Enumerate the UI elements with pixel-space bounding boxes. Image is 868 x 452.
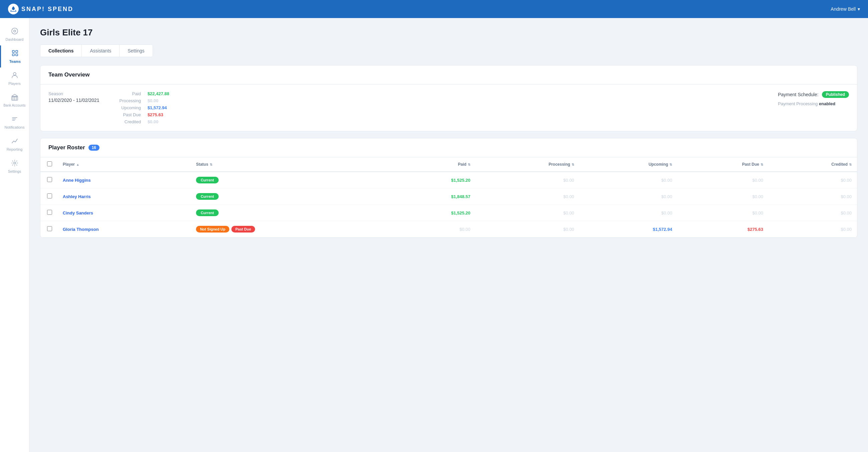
stat-value-credited: $0.00	[148, 119, 169, 124]
select-all-checkbox[interactable]	[47, 161, 52, 167]
sidebar-item-dashboard[interactable]: Dashboard	[0, 23, 29, 46]
player-upcoming-cell: $1,572.94	[580, 221, 678, 238]
svg-point-14	[14, 162, 16, 164]
current-badge: Current	[196, 209, 219, 216]
row-checkbox[interactable]	[47, 177, 52, 182]
tabs: Collections Assistants Settings	[40, 44, 153, 57]
player-credited-cell: $0.00	[769, 221, 857, 238]
player-status-cell: Current	[191, 172, 390, 188]
settings-icon	[11, 159, 18, 168]
stat-label-credited: Credited	[120, 119, 141, 124]
reporting-icon	[11, 137, 18, 146]
tab-assistants[interactable]: Assistants	[82, 45, 120, 57]
logo-text: SNAP! SPEND	[21, 6, 73, 13]
player-paid-cell: $0.00	[390, 221, 476, 238]
roster-table-wrapper: Player ▲ Status ⇅	[40, 157, 857, 238]
player-past-due-cell: $0.00	[677, 188, 769, 205]
roster-header: Player Roster 16	[40, 138, 857, 157]
stat-value-processing: $0.00	[148, 98, 169, 103]
col-status[interactable]: Status ⇅	[191, 157, 390, 172]
team-overview-card: Team Overview Season 11/02/2020 - 11/02/…	[40, 65, 857, 131]
table-row: Anne HigginsCurrent$1,525.20$0.00$0.00$0…	[40, 172, 857, 188]
overview-stats: Paid $22,427.88 Processing $0.00 Upcomin…	[120, 91, 169, 124]
row-checkbox[interactable]	[47, 193, 52, 199]
player-upcoming-cell: $0.00	[580, 172, 678, 188]
sidebar-label-settings: Settings	[8, 170, 21, 173]
stat-label-paid: Paid	[120, 91, 141, 96]
player-name-cell: Gloria Thompson	[57, 221, 191, 238]
sidebar-item-reporting[interactable]: Reporting	[0, 133, 29, 155]
user-menu[interactable]: Andrew Bell ▾	[831, 6, 860, 12]
player-status-cell: Current	[191, 205, 390, 221]
payment-schedule-label: Payment Schedule:	[778, 92, 818, 97]
player-name-link[interactable]: Cindy Sanders	[63, 210, 93, 215]
row-checkbox[interactable]	[47, 226, 52, 231]
row-checkbox-cell	[40, 221, 57, 238]
page-title: Girls Elite 17	[40, 27, 857, 38]
player-name-link[interactable]: Ashley Harris	[63, 194, 91, 199]
sidebar-item-bank-accounts[interactable]: Bank Accounts	[0, 90, 29, 111]
player-past-due-cell: $0.00	[677, 205, 769, 221]
player-name-cell: Cindy Sanders	[57, 205, 191, 221]
col-paid[interactable]: Paid ⇅	[390, 157, 476, 172]
row-checkbox-cell	[40, 172, 57, 188]
past-due-badge: Past Due	[231, 226, 255, 233]
col-credited[interactable]: Credited ⇅	[769, 157, 857, 172]
not-signed-up-badge: Not Signed Up	[196, 226, 229, 233]
dashboard-icon	[11, 27, 18, 36]
player-upcoming-cell: $0.00	[580, 205, 678, 221]
player-processing-cell: $0.00	[476, 221, 580, 238]
roster-count-badge: 16	[89, 145, 99, 151]
sidebar-item-players[interactable]: Players	[0, 67, 29, 90]
current-badge: Current	[196, 193, 219, 200]
player-name-link[interactable]: Gloria Thompson	[63, 227, 99, 232]
logo: SNAP! SPEND	[8, 4, 73, 14]
svg-point-0	[12, 28, 18, 34]
current-badge: Current	[196, 177, 219, 183]
player-processing-cell: $0.00	[476, 172, 580, 188]
sidebar: Dashboard Teams Players	[0, 18, 29, 452]
main-content: Girls Elite 17 Collections Assistants Se…	[29, 18, 868, 452]
sidebar-item-teams[interactable]: Teams	[0, 46, 29, 67]
stat-label-upcoming: Upcoming	[120, 105, 141, 110]
logo-icon	[8, 4, 19, 14]
player-past-due-cell: $275.63	[677, 221, 769, 238]
player-credited-cell: $0.00	[769, 172, 857, 188]
sort-icon-paid: ⇅	[468, 163, 470, 167]
sort-icon-status: ⇅	[210, 163, 212, 167]
sidebar-item-settings[interactable]: Settings	[0, 155, 29, 177]
player-name-link[interactable]: Anne Higgins	[63, 178, 91, 183]
sort-icon-processing: ⇅	[571, 163, 574, 167]
tab-collections[interactable]: Collections	[40, 45, 82, 57]
sidebar-label-notifications: Notifications	[5, 125, 25, 129]
tab-settings[interactable]: Settings	[120, 45, 153, 57]
col-past-due[interactable]: Past Due ⇅	[677, 157, 769, 172]
col-upcoming[interactable]: Upcoming ⇅	[580, 157, 678, 172]
col-processing[interactable]: Processing ⇅	[476, 157, 580, 172]
player-status-cell: Current	[191, 188, 390, 205]
top-nav: SNAP! SPEND Andrew Bell ▾	[0, 0, 868, 18]
player-roster-card: Player Roster 16 Player ▲	[40, 138, 857, 238]
sidebar-label-bank-accounts: Bank Accounts	[3, 103, 25, 107]
player-name-cell: Anne Higgins	[57, 172, 191, 188]
payment-schedule-section: Payment Schedule: Published Payment Proc…	[778, 91, 849, 106]
stat-value-paid: $22,427.88	[148, 91, 169, 96]
table-row: Cindy SandersCurrent$1,525.20$0.00$0.00$…	[40, 205, 857, 221]
payment-processing-status: enabled	[819, 101, 835, 106]
player-paid-cell: $1,525.20	[390, 205, 476, 221]
sidebar-item-notifications[interactable]: Notifications	[0, 111, 29, 133]
player-paid-cell: $1,525.20	[390, 172, 476, 188]
player-paid-cell: $1,848.57	[390, 188, 476, 205]
players-icon	[11, 71, 18, 80]
sort-icon-credited: ⇅	[849, 163, 851, 167]
sort-icon-player: ▲	[76, 163, 80, 167]
player-name-cell: Ashley Harris	[57, 188, 191, 205]
sort-icon-upcoming: ⇅	[669, 163, 672, 167]
stat-label-past-due: Past Due	[120, 112, 141, 117]
user-name: Andrew Bell	[831, 6, 856, 12]
svg-rect-4	[12, 54, 14, 56]
player-credited-cell: $0.00	[769, 188, 857, 205]
stat-value-past-due: $275.63	[148, 112, 169, 117]
svg-rect-2	[12, 51, 14, 53]
row-checkbox[interactable]	[47, 210, 52, 215]
